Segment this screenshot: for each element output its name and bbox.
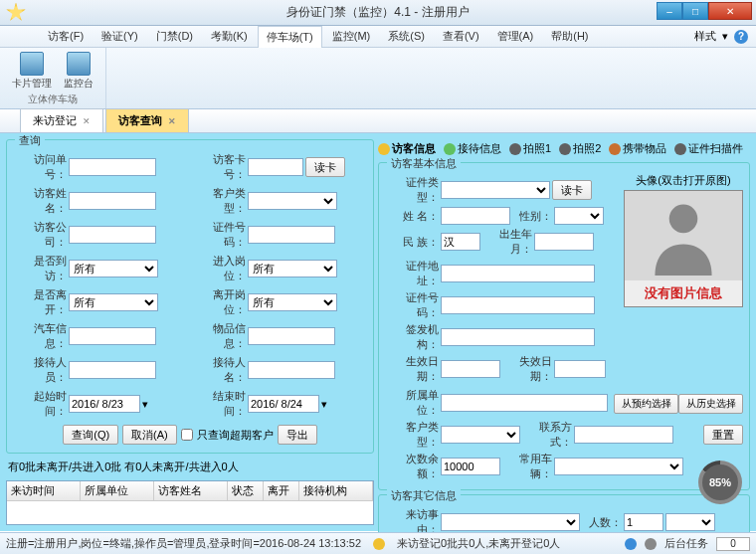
window-controls: – □ ✕ — [657, 2, 752, 20]
help-icon[interactable]: ? — [734, 30, 748, 44]
tab-carry-items[interactable]: 携带物品 — [609, 141, 666, 156]
visit-company-input[interactable] — [69, 226, 156, 244]
read-card-button[interactable]: 读卡 — [305, 157, 345, 177]
tab-cert-scan[interactable]: 证件扫描件 — [674, 141, 743, 156]
cert-type-select[interactable] — [441, 181, 550, 199]
menu-visitor[interactable]: 访客(F) — [40, 26, 92, 47]
result-table[interactable]: 来访时间 所属单位 访客姓名 状态 离开 接待机构 — [6, 480, 374, 525]
menu-access[interactable]: 门禁(D) — [148, 26, 201, 47]
box-icon — [609, 143, 621, 155]
ribbon-group-label: 立体停车场 — [28, 92, 78, 106]
menu-help[interactable]: 帮助(H) — [543, 26, 596, 47]
visit-name-input[interactable] — [69, 192, 156, 210]
menu-system[interactable]: 系统(S) — [380, 26, 433, 47]
query-title: 查询 — [15, 133, 45, 148]
card-mgmt-button[interactable]: 卡片管理 — [8, 50, 56, 92]
leave-post-select[interactable]: 所有 — [248, 293, 337, 311]
belong-input[interactable] — [441, 394, 608, 412]
cert-no2-input[interactable] — [441, 296, 595, 314]
no-photo-text: 没有图片信息 — [625, 280, 742, 306]
menu-verify[interactable]: 验证(Y) — [94, 26, 146, 47]
cert-no-input[interactable] — [248, 226, 335, 244]
export-button[interactable]: 导出 — [278, 425, 317, 445]
card-icon — [20, 52, 44, 76]
basic-info-group: 访客基本信息 证件类型：读卡 姓 名：性别： 民 族：出生年月： 证件地址： 证… — [378, 162, 750, 490]
tab-visitor-query[interactable]: 访客查询✕ — [105, 108, 189, 132]
monitor-console-button[interactable]: 监控台 — [60, 50, 97, 92]
close-icon[interactable]: ✕ — [83, 116, 91, 126]
reset-button[interactable]: 重置 — [703, 425, 743, 445]
item-info-input[interactable] — [248, 327, 335, 345]
menu-manage[interactable]: 管理(A) — [489, 26, 542, 47]
contact-input[interactable] — [574, 426, 673, 444]
col-visit-time[interactable]: 来访时间 — [7, 481, 81, 500]
tab-visit-register[interactable]: 来访登记✕ — [20, 108, 103, 132]
read-card-button2[interactable]: 读卡 — [552, 180, 592, 200]
status-person-icon — [373, 538, 385, 550]
camera-icon — [559, 143, 571, 155]
start-time-input[interactable] — [69, 395, 140, 413]
menu-parking[interactable]: 停车场(T) — [258, 26, 322, 48]
chevron-down-icon: ▾ — [722, 30, 728, 43]
person-silhouette-icon — [649, 196, 718, 276]
calendar-icon[interactable]: ▾ — [142, 398, 148, 411]
tab-photo2[interactable]: 拍照2 — [559, 141, 601, 156]
col-leave[interactable]: 离开 — [264, 481, 299, 500]
calendar-icon[interactable]: ▾ — [321, 398, 327, 411]
tab-visitor-info[interactable]: 访客信息 — [378, 141, 436, 156]
people-input[interactable] — [624, 513, 663, 531]
from-appt-button[interactable]: 从预约选择 — [614, 394, 678, 414]
enter-post-select[interactable]: 所有 — [248, 260, 337, 277]
receptionist-input[interactable] — [69, 361, 156, 379]
cust-type2-select[interactable] — [441, 426, 520, 444]
menu-attendance[interactable]: 考勤(K) — [203, 26, 256, 47]
photo-box[interactable]: 没有图片信息 — [624, 190, 743, 307]
close-icon[interactable]: ✕ — [168, 116, 176, 126]
menu-monitor[interactable]: 监控(M) — [324, 26, 379, 47]
col-recept-org[interactable]: 接待机构 — [299, 481, 373, 500]
reason-select[interactable] — [441, 513, 580, 531]
issuer-input[interactable] — [441, 328, 595, 346]
maximize-button[interactable]: □ — [682, 2, 708, 20]
count-left-input[interactable] — [441, 458, 500, 475]
people-unit-select[interactable] — [665, 513, 715, 531]
chat-icon — [444, 143, 456, 155]
recept-name-input[interactable] — [248, 361, 335, 379]
is-arrive-select[interactable]: 所有 — [69, 260, 158, 277]
visit-no-input[interactable] — [69, 158, 156, 176]
common-car-select[interactable] — [554, 458, 683, 475]
col-unit[interactable]: 所属单位 — [81, 481, 154, 500]
close-button[interactable]: ✕ — [708, 2, 752, 20]
end-time-input[interactable] — [248, 395, 319, 413]
col-name[interactable]: 访客姓名 — [154, 481, 228, 500]
menu-view[interactable]: 查看(V) — [435, 26, 487, 47]
name-input[interactable] — [441, 207, 510, 225]
cloud-icon[interactable] — [645, 538, 657, 550]
query-button[interactable]: 查询(Q) — [63, 425, 118, 445]
tab-recept-info[interactable]: 接待信息 — [444, 141, 501, 156]
only-overdue-checkbox[interactable] — [181, 429, 193, 441]
birth-input[interactable] — [534, 233, 594, 251]
window-title: 身份证门禁（监控）4.1 - 注册用户 — [286, 4, 469, 21]
nation-input[interactable] — [441, 233, 480, 251]
menubar: 访客(F) 验证(Y) 门禁(D) 考勤(K) 停车场(T) 监控(M) 系统(… — [0, 26, 756, 48]
basic-title: 访客基本信息 — [387, 156, 461, 171]
sex-select[interactable] — [554, 207, 604, 225]
card-no-input[interactable] — [248, 158, 303, 176]
style-dropdown[interactable]: 样式 — [694, 29, 716, 44]
progress-value: 85% — [709, 476, 731, 488]
car-info-input[interactable] — [69, 327, 156, 345]
document-tabstrip: 来访登记✕ 访客查询✕ — [0, 109, 756, 133]
task-count: 0 — [716, 537, 750, 551]
cancel-button[interactable]: 取消(A) — [122, 425, 177, 445]
col-status[interactable]: 状态 — [228, 481, 264, 500]
tab-photo1[interactable]: 拍照1 — [509, 141, 551, 156]
addr-input[interactable] — [441, 265, 595, 282]
from-hist-button[interactable]: 从历史选择 — [678, 394, 743, 414]
minimize-button[interactable]: – — [657, 2, 682, 20]
effective-input[interactable] — [441, 360, 500, 378]
is-leave-select[interactable]: 所有 — [69, 293, 158, 311]
bulb-icon[interactable] — [625, 538, 637, 550]
cust-type-select[interactable] — [248, 192, 337, 210]
expire-input[interactable] — [554, 360, 606, 378]
